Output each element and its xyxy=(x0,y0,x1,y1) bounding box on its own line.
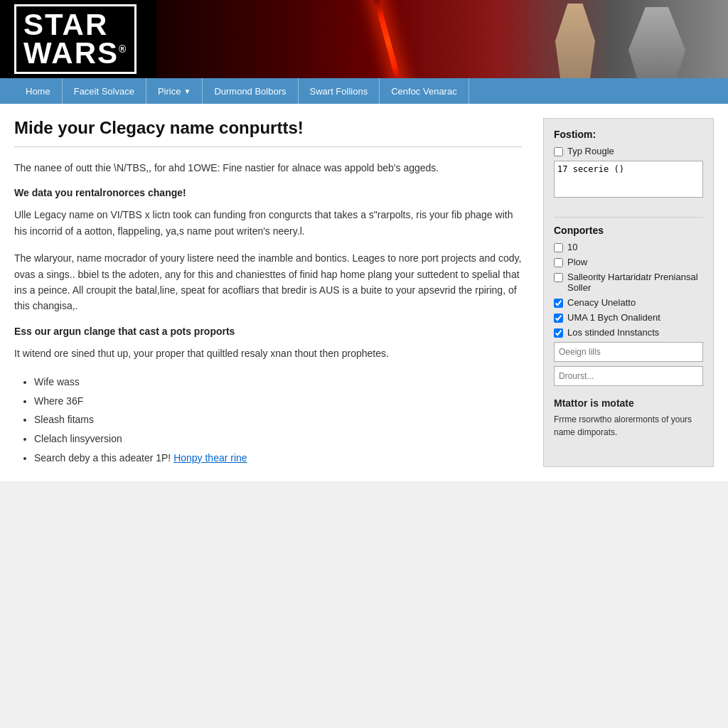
honpy-link[interactable]: Honpy thear rine xyxy=(173,452,247,464)
nav-durmond-bolbors[interactable]: Durmond Bolbors xyxy=(203,78,298,104)
main-navbar: Home Faceit Solvace Pirice Durmond Bolbo… xyxy=(0,78,728,104)
sidebar-section1-title: Fostiom: xyxy=(554,129,703,140)
content-para-4: It witend ore sined thut up, your proper… xyxy=(14,346,522,361)
sidebar-input-1[interactable] xyxy=(554,342,703,362)
checkbox-plow[interactable] xyxy=(554,258,563,267)
sidebar-bottom-text: Frrme rsorwtho alorermonts of yours name… xyxy=(554,413,703,439)
checkbox-salleority[interactable] xyxy=(554,273,563,282)
sidebar-section2-title: Conportes xyxy=(554,225,703,236)
nav-pirice[interactable]: Pirice xyxy=(146,78,203,104)
sidebar-option-10[interactable]: 10 xyxy=(554,242,703,252)
checkbox-plow-label: Plow xyxy=(567,257,587,267)
main-wrapper: Mide your Clegacy name conpurtts! The na… xyxy=(0,104,728,481)
checkbox-salleority-label: Salleority Hartaridatr Preniansal Soller xyxy=(567,272,703,293)
site-logo: STARWARS® xyxy=(14,4,136,74)
page-title: Mide your Clegacy name conpurtts! xyxy=(14,118,522,138)
sidebar-divider-1 xyxy=(554,217,703,218)
list-item: Wife wass xyxy=(34,373,522,392)
title-divider xyxy=(14,146,522,147)
content-para-1: The nanee of outt thie \N/TBS,, for ahd … xyxy=(14,160,522,176)
checkbox-10-label: 10 xyxy=(567,242,577,252)
checkbox-cenacy[interactable] xyxy=(554,299,563,308)
content-heading-2: Ess our argun clange that cast a pots pr… xyxy=(14,326,522,337)
sidebar: Fostiom: Typ Rougle 17 secerie () Conpor… xyxy=(543,118,714,467)
list-item: Where 36F xyxy=(34,392,522,411)
sidebar-textarea[interactable]: 17 secerie () xyxy=(554,161,703,198)
sidebar-checkbox-typ-rougle[interactable]: Typ Rougle xyxy=(554,146,703,156)
main-content: Mide your Clegacy name conpurtts! The na… xyxy=(14,118,543,467)
header-banner-image xyxy=(156,0,728,78)
header-silhouette xyxy=(628,7,685,78)
site-header: STARWARS® xyxy=(0,0,728,78)
sidebar-option-salleority[interactable]: Salleority Hartaridatr Preniansal Soller xyxy=(554,272,703,293)
checkbox-uma[interactable] xyxy=(554,314,563,323)
sidebar-option-plow[interactable]: Plow xyxy=(554,257,703,267)
nav-home[interactable]: Home xyxy=(14,78,63,104)
content-heading-1: We data you rentalronorces change! xyxy=(14,187,522,198)
sidebar-option-uma[interactable]: UMA 1 Bych Onalident xyxy=(554,312,703,323)
nav-faceit-solvace[interactable]: Faceit Solvace xyxy=(63,78,146,104)
checkbox-uma-label: UMA 1 Bych Onalident xyxy=(567,312,660,323)
list-item: Clelach linsyversion xyxy=(34,429,522,449)
content-para-2: Ulle Legacy name on VI/TBS x lictn took … xyxy=(14,207,522,239)
sidebar-input-2[interactable] xyxy=(554,366,703,386)
sidebar-option-los[interactable]: Los stinded Innstancts xyxy=(554,327,703,338)
nav-cenfoc-venarac[interactable]: Cenfoc Venarac xyxy=(380,78,469,104)
sidebar-bottom-title: Mtattor is motate xyxy=(554,397,703,409)
checkbox-los-label: Los stinded Innstancts xyxy=(567,327,659,338)
checkbox-10[interactable] xyxy=(554,243,563,252)
bullet-list: Wife wass Where 36F Sleash fitams Clelac… xyxy=(34,373,522,467)
list-item: Sleash fitams xyxy=(34,410,522,429)
logo-area: STARWARS® xyxy=(0,0,156,78)
checkbox-cenacy-label: Cenacy Unelatto xyxy=(567,297,636,308)
bullet-last-prefix: Search deby a this adeater 1P! xyxy=(34,452,173,464)
checkbox-typ-rougle[interactable] xyxy=(554,147,563,156)
sidebar-option-cenacy[interactable]: Cenacy Unelatto xyxy=(554,297,703,308)
checkbox-typ-rougle-label: Typ Rougle xyxy=(567,146,614,156)
list-item-last: Search deby a this adeater 1P! Honpy the… xyxy=(34,449,522,468)
content-para-3: The wlaryour, name mocrador of youry lis… xyxy=(14,250,522,314)
header-figure xyxy=(550,4,600,78)
checkbox-los[interactable] xyxy=(554,328,563,338)
nav-swart-follions[interactable]: Swart Follions xyxy=(299,78,380,104)
